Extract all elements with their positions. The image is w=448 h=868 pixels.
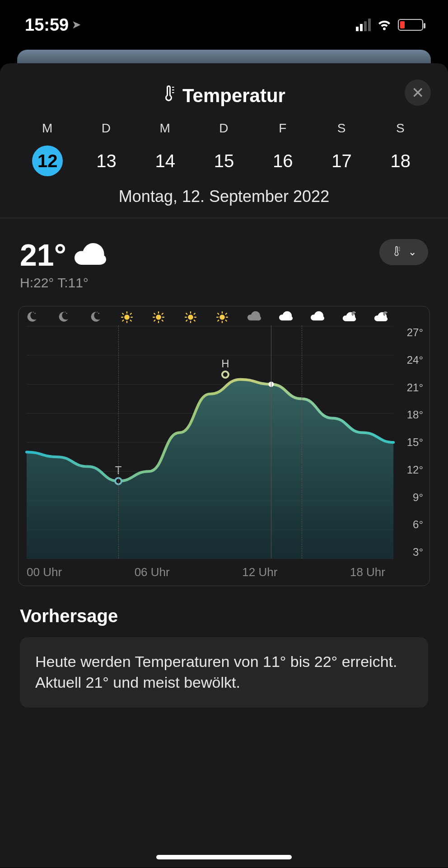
svg-rect-34 xyxy=(130,313,132,315)
day-14[interactable]: M14 xyxy=(136,121,195,176)
hourly-condition-icons xyxy=(24,311,389,325)
svg-rect-29 xyxy=(121,317,123,318)
svg-point-44 xyxy=(188,314,193,320)
sheet-title: Temperatur xyxy=(163,84,285,108)
status-time-group: 15:59 ➤ xyxy=(25,15,80,35)
svg-rect-55 xyxy=(222,321,223,323)
svg-rect-43 xyxy=(162,313,164,315)
svg-rect-50 xyxy=(193,319,196,322)
y-tick: 21° xyxy=(407,381,423,394)
now-divider xyxy=(271,325,271,558)
svg-rect-41 xyxy=(162,319,164,322)
wifi-icon xyxy=(376,15,392,35)
chart-svg: HT xyxy=(19,306,429,586)
svg-rect-52 xyxy=(193,313,196,315)
night-cloud-icon xyxy=(342,311,357,325)
day-selector: M12D13M14D15F16S17S18 xyxy=(0,117,448,176)
svg-rect-47 xyxy=(185,317,187,318)
day-abbr: S xyxy=(371,121,430,136)
cellular-signal-icon xyxy=(356,19,371,31)
svg-rect-59 xyxy=(225,319,227,322)
grid-divider xyxy=(302,325,302,558)
cloud-icon xyxy=(278,311,294,325)
svg-rect-32 xyxy=(130,319,132,322)
day-number: 17 xyxy=(327,145,357,176)
svg-rect-4 xyxy=(399,249,400,249)
day-17[interactable]: S17 xyxy=(312,121,371,176)
night-clear-icon xyxy=(24,311,39,325)
svg-rect-60 xyxy=(217,319,219,322)
close-icon: ✕ xyxy=(411,84,424,102)
y-tick: 15° xyxy=(407,436,423,449)
temperature-sheet: Temperatur ✕ M12D13M14D15F16S17S18 Monta… xyxy=(0,63,448,868)
x-tick: 18 Uhr xyxy=(350,565,385,579)
y-tick: 18° xyxy=(407,408,423,421)
chevron-down-icon: ⌄ xyxy=(408,246,416,258)
thermometer-icon xyxy=(163,84,176,108)
high-low-label: H:22° T:11° xyxy=(20,275,106,291)
sunny-icon xyxy=(183,311,198,325)
x-tick: 00 Uhr xyxy=(27,565,62,579)
svg-point-22 xyxy=(66,313,67,314)
svg-point-20 xyxy=(34,313,35,314)
day-13[interactable]: D13 xyxy=(77,121,135,176)
day-number: 15 xyxy=(209,145,239,176)
day-number: 14 xyxy=(150,145,181,176)
x-tick: 12 Uhr xyxy=(242,565,277,579)
svg-point-24 xyxy=(98,313,99,314)
home-indicator[interactable] xyxy=(156,855,292,859)
cloud-gray-icon xyxy=(247,311,262,325)
current-temperature: 21° xyxy=(20,237,66,272)
svg-point-26 xyxy=(124,314,130,320)
svg-rect-42 xyxy=(154,319,156,322)
svg-rect-33 xyxy=(122,319,124,322)
day-abbr: F xyxy=(253,121,312,136)
svg-rect-46 xyxy=(190,321,191,323)
svg-rect-45 xyxy=(190,311,191,314)
svg-point-21 xyxy=(33,312,34,313)
full-date-label: Montag, 12. September 2022 xyxy=(0,176,448,218)
svg-rect-40 xyxy=(154,313,156,315)
cloud-icon xyxy=(310,311,325,325)
status-bar: 15:59 ➤ xyxy=(0,0,448,50)
forecast-text-card: Heute werden Temperaturen von 11° bis 22… xyxy=(20,637,428,708)
svg-rect-39 xyxy=(163,317,165,318)
day-number: 16 xyxy=(267,145,298,176)
day-number: 12 xyxy=(32,145,63,176)
y-tick: 24° xyxy=(407,354,423,366)
svg-rect-57 xyxy=(226,317,228,318)
svg-rect-54 xyxy=(222,311,223,314)
sunny-icon xyxy=(119,311,135,325)
svg-rect-30 xyxy=(131,317,133,318)
day-16[interactable]: F16 xyxy=(253,121,312,176)
status-indicators xyxy=(356,15,423,35)
svg-text:H: H xyxy=(221,357,229,370)
battery-icon xyxy=(398,19,423,31)
y-tick: 27° xyxy=(407,326,423,339)
svg-rect-51 xyxy=(186,319,188,322)
day-number: 13 xyxy=(91,145,121,176)
day-number: 18 xyxy=(385,145,416,176)
svg-rect-49 xyxy=(186,313,188,315)
svg-rect-1 xyxy=(172,89,174,90)
temperature-chart[interactable]: HT 27°24°21°18°15°12°9°6°3° 00 Uhr 06 Uh… xyxy=(18,306,430,586)
close-button[interactable]: ✕ xyxy=(405,80,431,106)
day-abbr: M xyxy=(136,121,195,136)
svg-rect-37 xyxy=(158,321,159,323)
metric-selector[interactable]: ⌄ xyxy=(379,239,428,265)
svg-point-15 xyxy=(222,371,229,378)
day-15[interactable]: D15 xyxy=(195,121,253,176)
sunny-icon xyxy=(215,311,230,325)
night-cloud-icon xyxy=(373,311,389,325)
svg-rect-48 xyxy=(194,317,196,318)
svg-rect-5 xyxy=(399,250,400,251)
day-18[interactable]: S18 xyxy=(371,121,430,176)
sheet-title-text: Temperatur xyxy=(182,85,285,107)
day-abbr: D xyxy=(77,121,135,136)
grid-divider xyxy=(118,325,119,558)
background-card xyxy=(17,50,431,63)
night-clear-icon xyxy=(88,311,103,325)
day-12[interactable]: M12 xyxy=(18,121,77,176)
current-conditions: 21° H:22° T:11° ⌄ xyxy=(0,218,448,295)
svg-point-23 xyxy=(65,312,66,313)
